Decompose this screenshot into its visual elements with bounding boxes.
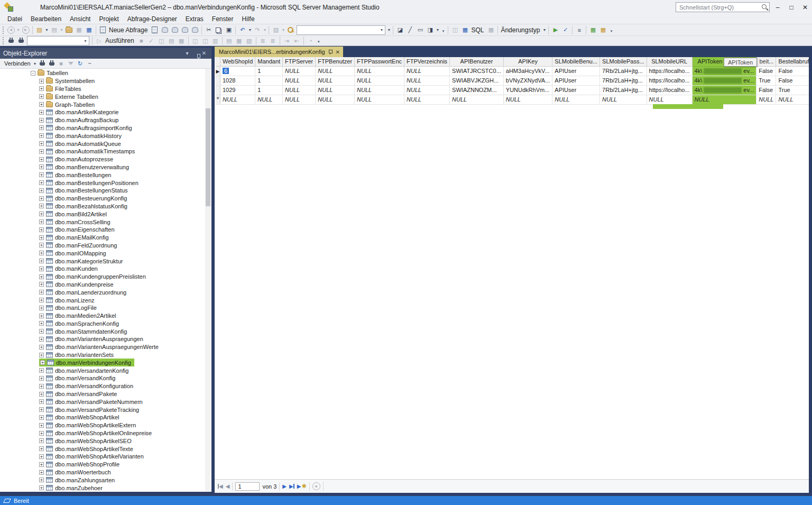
dropdown-icon[interactable]: ▼ <box>247 25 252 35</box>
tree-item-systemtabellen[interactable]: +Systemtabellen <box>0 77 211 85</box>
grid-cell[interactable]: aHM3aHcyVkV... <box>503 66 552 76</box>
new-record-button[interactable]: ▶✱ <box>297 483 307 490</box>
toolbar-combobox[interactable]: ▼ <box>297 25 385 35</box>
grid-cell[interactable]: NULL <box>283 95 316 104</box>
document-tab[interactable]: MarcoMini01\EIERS...erbindungenKonfig ✕ <box>215 47 343 57</box>
tree-item-dbo-manwebshopartikel[interactable]: +dbo.manWebShopArtikel <box>0 414 211 421</box>
paste-icon[interactable]: ▣ <box>224 25 234 35</box>
expand-collapse-icon[interactable]: + <box>39 274 44 279</box>
expand-collapse-icon[interactable]: + <box>39 251 44 255</box>
expand-collapse-icon[interactable]: + <box>39 102 44 107</box>
tree-item-dbo-manbestellungen[interactable]: +dbo.manBestellungen <box>0 171 211 179</box>
tree-item-dbo-manlizenz[interactable]: +dbo.manLizenz <box>0 296 211 304</box>
grid-cell[interactable]: https://localho... <box>647 66 692 76</box>
open-file-icon[interactable]: ▤ <box>49 25 59 35</box>
tree-item-dbo-manversandkonfig[interactable]: +dbo.manVersandKonfig <box>0 374 211 382</box>
expand-collapse-icon[interactable]: + <box>39 407 44 412</box>
close-button[interactable]: ✕ <box>798 0 812 15</box>
grid-cell[interactable]: NULL <box>255 95 283 104</box>
column-header-apibenutzer[interactable]: APIBenutzer <box>450 57 504 66</box>
save-all-icon[interactable]: ▦ <box>84 25 94 35</box>
maximize-button[interactable]: □ <box>785 0 798 15</box>
grid-cell[interactable]: https://localho... <box>647 76 692 85</box>
toolbar-icon[interactable]: ▦ <box>234 36 244 45</box>
expand-collapse-icon[interactable]: + <box>39 118 44 123</box>
minimize-button[interactable]: – <box>771 0 785 15</box>
grid-cell[interactable]: SWIAZNNOZM... <box>450 85 504 95</box>
tree-item-dbo-manbestellungenstatus[interactable]: +dbo.manBestellungenStatus <box>0 187 211 195</box>
grid-cell[interactable]: 1029 <box>220 85 255 95</box>
grid-cell[interactable]: 4k\ev... <box>692 66 756 76</box>
connect-button[interactable]: Verbinden <box>3 60 33 67</box>
toolbar-grip[interactable] <box>2 36 5 45</box>
grid-cell[interactable]: APIUser <box>552 76 600 85</box>
expand-collapse-icon[interactable]: + <box>39 470 44 475</box>
dropdown-icon[interactable]: ▼ <box>435 25 440 35</box>
column-header-ftpbenutzer[interactable]: FTPBenutzer <box>316 57 355 66</box>
tree-item-dbo-maniomapping[interactable]: +dbo.manIOMapping <box>0 249 211 257</box>
grid-cell[interactable]: True <box>776 85 809 95</box>
column-header-slmobilepass-[interactable]: SLMobilePass... <box>600 57 647 66</box>
toolbar-overflow-icon[interactable]: ▾ <box>608 25 614 35</box>
grid-cell[interactable]: NULL <box>316 76 355 85</box>
tree-item-dbo-mankategoriestruktur[interactable]: +dbo.manKategorieStruktur <box>0 257 211 265</box>
expand-collapse-icon[interactable]: + <box>39 431 44 436</box>
expand-collapse-icon[interactable]: + <box>39 384 44 389</box>
grid-cell[interactable]: NULL <box>316 85 355 95</box>
expand-collapse-icon[interactable]: + <box>39 157 44 162</box>
grid-cell[interactable]: NULL <box>283 76 316 85</box>
column-header-beit-[interactable]: beit... <box>756 57 776 66</box>
grid-cell[interactable]: SWIATJRCSTC0... <box>450 66 504 76</box>
grid-cell[interactable]: SWIABVJKZGH... <box>450 76 504 85</box>
expand-collapse-icon[interactable]: + <box>39 110 44 115</box>
change-type-label[interactable]: Änderungstyp <box>500 26 542 34</box>
tree-item-dbo-mansprachenkonfig[interactable]: +dbo.manSprachenKonfig <box>0 320 211 328</box>
grid-cell[interactable]: 7Rb/2LaH+jtg... <box>600 76 647 85</box>
tree-item-dbo-manversandartenkonfig[interactable]: +dbo.manVersandartenKonfig <box>0 366 211 374</box>
expand-collapse-icon[interactable]: + <box>39 79 44 84</box>
grid-cell[interactable]: NULL <box>404 95 450 104</box>
open-folder-icon[interactable] <box>64 25 74 35</box>
grid-cell[interactable]: 7Rb/2LaH+jtg... <box>600 85 647 95</box>
dropdown-icon[interactable]: ▼ <box>386 25 391 35</box>
menu-ansicht[interactable]: Ansicht <box>66 15 95 24</box>
expand-collapse-icon[interactable]: + <box>39 337 44 342</box>
column-header-mandant[interactable]: Mandant <box>255 57 283 66</box>
last-record-button[interactable]: ▶ <box>289 483 294 489</box>
tree-item-dbo-manzahlungsarten[interactable]: +dbo.manZahlungsarten <box>0 476 211 484</box>
next-record-button[interactable]: ▶ <box>282 483 287 489</box>
check-icon[interactable]: ✓ <box>146 36 156 45</box>
tree-item-dbo-manemailkonfig[interactable]: +dbo.manEMailKonfig <box>0 234 211 242</box>
tree-item-dbo-manversandpakete[interactable]: +dbo.manVersandPakete <box>0 390 211 398</box>
tree-item-tabellen[interactable]: -Tabellen <box>0 69 211 77</box>
previous-record-button[interactable]: ◀ <box>226 483 230 489</box>
toolbar-icon[interactable]: ≣ <box>268 36 278 45</box>
expand-collapse-icon[interactable]: + <box>39 345 44 350</box>
expand-collapse-icon[interactable]: + <box>40 360 45 365</box>
grid-cell[interactable]: NULL <box>355 95 404 104</box>
results-pane-icon[interactable]: ▦ <box>486 25 496 35</box>
dropdown-icon[interactable]: ▼ <box>16 25 21 35</box>
expand-collapse-icon[interactable]: + <box>39 392 44 397</box>
refresh-icon[interactable]: ↻ <box>76 59 85 68</box>
connect-dropdown-icon[interactable]: ▼ <box>33 59 38 68</box>
tree-item-dbo-manwoerterbuch[interactable]: +dbo.manWoerterbuch <box>0 469 211 476</box>
dropdown-icon[interactable]: ▼ <box>281 25 285 35</box>
grid-cell[interactable]: False <box>776 66 809 76</box>
tree-scrollbar[interactable] <box>205 69 211 491</box>
grid-cell[interactable]: 4k\ev... <box>692 76 756 85</box>
tree-item-dbo-manautomatiktimestamps[interactable]: +dbo.manAutomatikTimestamps <box>0 148 211 155</box>
expand-collapse-icon[interactable]: + <box>39 141 44 146</box>
tree-item-dbo-manbezahlstatuskonfig[interactable]: +dbo.manBezahlstatusKonfig <box>0 203 211 210</box>
tree-item-dbo-manstammdatenkonfig[interactable]: +dbo.manStammdatenKonfig <box>0 327 211 335</box>
copy-icon[interactable] <box>214 25 224 35</box>
properties-icon[interactable]: ╱ <box>405 25 415 35</box>
expand-collapse-icon[interactable]: + <box>39 188 44 193</box>
grid-cell[interactable]: False <box>756 66 776 76</box>
dropdown-icon[interactable]: ▼ <box>59 25 64 35</box>
expand-collapse-icon[interactable]: + <box>39 438 44 443</box>
expand-collapse-icon[interactable]: + <box>39 219 44 224</box>
tree-item-dbo-manbestellungenpositionen[interactable]: +dbo.manBestellungenPositionen <box>0 179 211 187</box>
grid-cell[interactable]: NULL <box>600 95 647 104</box>
grid-cell[interactable]: NULL <box>503 95 552 104</box>
